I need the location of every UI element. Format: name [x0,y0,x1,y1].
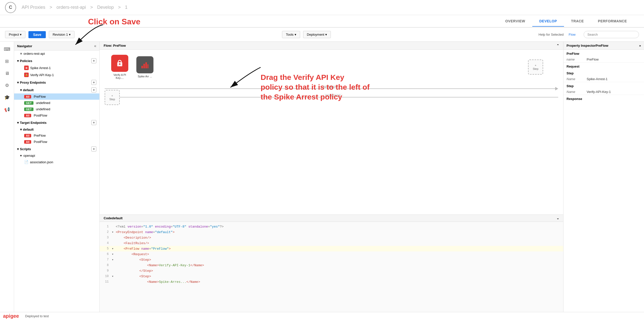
side-icon-settings[interactable]: ⚙ [2,80,12,90]
search-input[interactable] [584,31,639,38]
nav-flow-get-1[interactable]: GET undefined [14,100,99,106]
nav-section-policies[interactable]: ▾ Policies + [14,57,99,64]
policy-card-spike[interactable]: Spike Arr ... [135,56,155,78]
target-endpoints-add-btn[interactable]: + [91,120,96,125]
code-body[interactable]: 1 <?xml version="1.0" encoding="UTF-8" s… [100,222,563,320]
spike-policy-label: Spike Arr ... [135,75,155,78]
navigator-title: Navigator [17,44,32,48]
code-title: Code [104,216,112,220]
svg-rect-7 [147,64,148,68]
tab-trace[interactable]: TRACE [564,16,591,27]
flow-title: Flow: PreFlow [104,44,126,47]
add-step-label: Step [533,67,539,70]
prop-step1-name-row: Name Spike-Arrest-1 [564,76,644,82]
code-line-11: 11 <Name>Spike-Arres...</Name> [100,279,563,285]
policies-add-btn[interactable]: + [91,58,96,63]
side-icon-graduation[interactable]: 🎓 [2,92,12,102]
code-line-7: 7 ▾ <Step> [100,257,563,262]
proxy-endpoints-add-btn[interactable]: + [91,80,96,85]
flow-link[interactable]: Flow [569,33,576,36]
verify-icon [111,55,128,72]
tab-performance[interactable]: PERFORMANCE [591,16,634,27]
help-for-selected-label: Help for Selected [539,33,564,36]
breadcrumb-orders-rest-api[interactable]: orders-rest-api [57,5,86,10]
svg-rect-6 [145,62,147,68]
add-step-left-btn[interactable]: + Step [105,90,120,105]
add-step-left-icon: + [111,94,113,97]
navigator-collapse[interactable]: « [94,44,96,48]
prop-step2-val: Verify-API-Key-1 [587,90,611,94]
flow-collapse-btn[interactable]: ⌃ [556,44,559,47]
scripts-add-btn[interactable]: + [91,146,96,151]
code-line-3: 3 <Description/> [100,235,563,240]
code-collapse[interactable]: ⌄ [556,216,559,220]
project-dropdown[interactable]: Project ▾ [5,31,25,38]
apigee-logo: apigee [3,313,19,319]
nav-policy-spike[interactable]: ▦ Spike Arrest-1 [14,64,99,71]
nav-association-json[interactable]: 📄 association.json [14,159,99,165]
code-line-1: 1 <?xml version="1.0" encoding="UTF-8" s… [100,224,563,229]
side-icon-layers[interactable]: ⊞ [2,56,12,66]
nav-target-default[interactable]: ▾ default [14,126,99,132]
line-num-1: 1 [102,225,112,228]
tab-overview[interactable]: OVERVIEW [498,16,532,27]
nav-section-scripts[interactable]: ▾ Scripts + [14,145,99,152]
nav-policy-verify[interactable]: 🔒 Verify API Key-1 [14,71,99,78]
breadcrumb-revision[interactable]: 1 [125,5,128,10]
code-line-5: 5 ▾ <PreFlow name="PreFlow"> [100,246,563,251]
side-icon-monitor[interactable]: 🖥 [2,68,12,78]
nav-tabs: OVERVIEW DEVELOP TRACE PERFORMANCE [0,15,644,28]
property-subtitle: PreFlow [596,44,609,47]
revision-dropdown[interactable]: Revision 1 ▾ [49,31,74,38]
nav-proxy-default[interactable]: ▾ default + [14,86,99,93]
svg-point-3 [119,63,120,65]
code-subtitle: default [112,216,123,220]
side-icon-megaphone[interactable]: 📢 [2,104,12,115]
add-step-right[interactable]: + Step [528,60,543,75]
postflow-tag: All [24,114,31,117]
flow-canvas: Verify A PI Key-... Spike Arr ... [100,50,563,215]
code-line-6: 6 ▾ <Request> [100,251,563,257]
top-bar: C API Proxies > orders-rest-api > Develo… [0,0,644,15]
svg-rect-4 [141,66,143,68]
toolbar: Project ▾ Save Revision 1 ▾ Tools ▾ Depl… [0,28,644,42]
add-step-left-container[interactable]: + Step [105,90,120,105]
deployment-dropdown[interactable]: Deployment ▾ [303,31,331,38]
spike-icon [136,56,153,73]
nav-target-postflow[interactable]: All PostFlow [14,139,99,145]
nav-section-proxy-endpoints[interactable]: ▾ Proxy Endpoints + [14,78,99,86]
prop-step2-label: Step [564,82,644,89]
file-icon: 📄 [24,160,28,164]
target-postflow-tag: All [24,140,31,144]
proxy-default-add-btn[interactable]: + [91,87,96,92]
prop-preflow-label: PreFlow [564,50,644,57]
add-step-btn[interactable]: + Step [528,60,543,75]
verify-policy-label: Verify A PI Key-... [110,73,130,79]
deploy-status: Deployed to test [25,314,49,318]
app-logo: C [5,2,16,13]
property-header: Property Inspector PreFlow » [564,42,644,50]
nav-preflow[interactable]: All PreFlow [14,93,99,100]
side-icon-terminal[interactable]: ⌨ [2,44,12,54]
prop-step2-name-row: Name Verify-API-Key-1 [564,89,644,95]
request-arrow [555,87,558,90]
policy-card-verify[interactable]: Verify A PI Key-... [110,55,130,79]
spike-policy-icon: ▦ [24,66,29,70]
breadcrumb-api-proxies[interactable]: API Proxies [22,5,45,10]
drag-annotation: Drag the Verify API Key policy so that i… [261,72,370,102]
nav-section-target-endpoints[interactable]: ▾ Target Endpoints + [14,119,99,126]
target-preflow-tag: All [24,134,31,137]
tools-dropdown[interactable]: Tools ▾ [282,31,300,38]
flow-panel: Flow: PreFlow ⌃ Verify A PI Key-... [100,42,564,320]
nav-postflow[interactable]: All PostFlow [14,112,99,119]
property-expand[interactable]: » [639,44,641,47]
nav-openapi-folder[interactable]: ▾ openapi [14,152,99,159]
code-header: Code default ⌄ [100,215,563,222]
prop-step2-key: Name [567,90,587,94]
nav-flow-get-2[interactable]: GET undefined [14,106,99,112]
nav-api-name[interactable]: ≡ orders-rest-api [14,50,99,57]
breadcrumb-develop[interactable]: Develop [97,5,114,10]
nav-target-preflow[interactable]: All PreFlow [14,132,99,139]
tab-develop[interactable]: DEVELOP [532,16,564,27]
save-button[interactable]: Save [28,31,46,38]
